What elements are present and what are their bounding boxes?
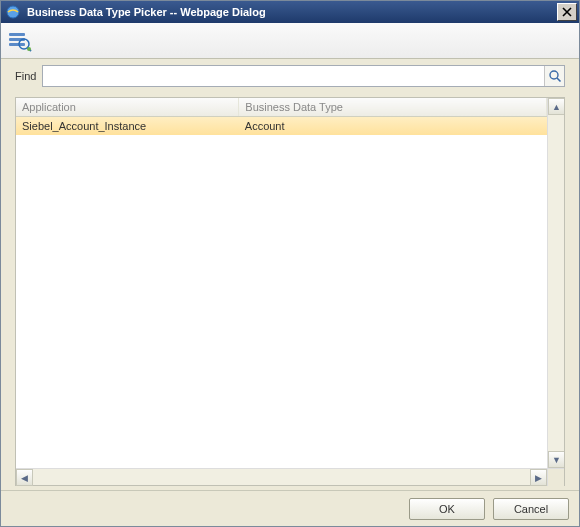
find-search-button[interactable] [544, 66, 564, 86]
results-panel: Application Business Data Type Siebel_Ac… [15, 97, 565, 486]
scroll-up-button[interactable]: ▲ [548, 98, 564, 115]
hscroll-track[interactable] [33, 469, 530, 485]
titlebar[interactable]: Business Data Type Picker -- Webpage Dia… [1, 1, 579, 23]
ok-button[interactable]: OK [409, 498, 485, 520]
scroll-corner [547, 469, 564, 486]
dialog-buttons: OK Cancel [1, 490, 579, 526]
find-label: Find [15, 70, 36, 82]
scroll-left-button[interactable]: ◀ [16, 469, 33, 486]
window-title: Business Data Type Picker -- Webpage Dia… [25, 6, 555, 18]
cell-type: Account [239, 117, 547, 136]
vertical-scrollbar[interactable]: ▲ ▼ [547, 98, 564, 468]
data-type-picker-icon [7, 28, 33, 54]
cell-application: Siebel_Account_Instance [16, 117, 239, 136]
svg-line-8 [557, 78, 561, 82]
ie-icon [5, 4, 21, 20]
table-row[interactable]: Siebel_Account_Instance Account [16, 117, 547, 136]
cancel-button[interactable]: Cancel [493, 498, 569, 520]
vscroll-track[interactable] [548, 115, 564, 451]
close-button[interactable] [557, 3, 577, 21]
svg-point-7 [550, 71, 558, 79]
find-row: Find [1, 59, 579, 91]
toolbar [1, 23, 579, 59]
svg-rect-1 [9, 33, 25, 36]
svg-rect-3 [9, 43, 25, 46]
dialog-window: Business Data Type Picker -- Webpage Dia… [0, 0, 580, 527]
find-input-wrap [42, 65, 565, 87]
table-header-row: Application Business Data Type [16, 98, 547, 117]
col-business-data-type[interactable]: Business Data Type [239, 98, 547, 117]
search-icon [548, 69, 562, 83]
find-input[interactable] [42, 65, 565, 87]
horizontal-scrollbar[interactable]: ◀ ▶ [16, 468, 564, 485]
col-application[interactable]: Application [16, 98, 239, 117]
results-grid[interactable]: Application Business Data Type Siebel_Ac… [16, 98, 547, 468]
svg-point-6 [27, 47, 31, 51]
scroll-down-button[interactable]: ▼ [548, 451, 564, 468]
scroll-right-button[interactable]: ▶ [530, 469, 547, 486]
